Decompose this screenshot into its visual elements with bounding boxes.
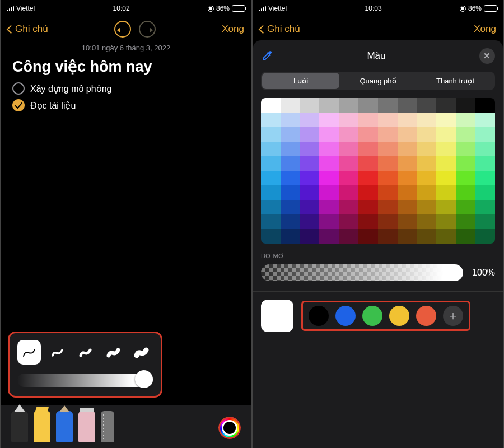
color-cell[interactable] [398, 127, 417, 142]
color-cell[interactable] [319, 142, 339, 156]
color-cell[interactable] [456, 113, 475, 127]
add-swatch-button[interactable]: ＋ [443, 306, 463, 326]
color-cell[interactable] [378, 185, 398, 200]
close-button[interactable]: ✕ [479, 48, 495, 64]
stroke-opacity-slider[interactable] [17, 372, 153, 388]
color-cell[interactable] [358, 171, 378, 185]
color-cell[interactable] [475, 185, 495, 200]
stroke-option-2[interactable] [45, 340, 69, 365]
todo-item[interactable]: Xây dựng mô phỏng [12, 80, 240, 97]
color-cell[interactable] [475, 171, 495, 185]
color-cell[interactable] [319, 185, 339, 200]
color-cell[interactable] [475, 229, 495, 244]
back-button[interactable]: Ghi chú [260, 24, 300, 35]
color-cell[interactable] [281, 142, 300, 156]
done-button[interactable]: Xong [474, 24, 496, 35]
done-button[interactable]: Xong [222, 24, 244, 35]
color-cell[interactable] [319, 200, 339, 214]
color-cell[interactable] [281, 156, 300, 171]
color-cell[interactable] [436, 214, 456, 229]
color-cell[interactable] [261, 113, 281, 127]
back-button[interactable]: Ghi chú [8, 24, 48, 35]
color-cell[interactable] [261, 142, 281, 156]
color-cell[interactable] [358, 214, 378, 229]
color-cell[interactable] [436, 156, 456, 171]
color-cell[interactable] [475, 142, 495, 156]
color-cell[interactable] [417, 171, 437, 185]
color-cell[interactable] [261, 156, 281, 171]
color-cell[interactable] [417, 214, 437, 229]
color-cell[interactable] [475, 127, 495, 142]
color-cell[interactable] [456, 185, 475, 200]
color-cell[interactable] [358, 229, 378, 244]
tool-highlighter[interactable] [34, 411, 50, 442]
color-cell[interactable] [300, 185, 320, 200]
color-cell[interactable] [456, 156, 475, 171]
color-cell[interactable] [261, 185, 281, 200]
tool-pencil[interactable] [56, 411, 73, 442]
color-cell[interactable] [358, 113, 378, 127]
redo-button[interactable] [139, 21, 156, 38]
color-cell[interactable] [339, 98, 358, 113]
color-cell[interactable] [319, 229, 339, 244]
color-cell[interactable] [475, 156, 495, 171]
color-cell[interactable] [281, 185, 300, 200]
color-cell[interactable] [456, 98, 475, 113]
color-cell[interactable] [417, 113, 437, 127]
color-cell[interactable] [456, 214, 475, 229]
stroke-option-1[interactable] [17, 340, 41, 365]
color-cell[interactable] [339, 127, 358, 142]
color-cell[interactable] [358, 127, 378, 142]
color-cell[interactable] [417, 185, 437, 200]
color-cell[interactable] [436, 185, 456, 200]
tool-ruler[interactable] [101, 411, 114, 442]
slider-thumb-icon[interactable] [445, 264, 462, 281]
color-cell[interactable] [339, 113, 358, 127]
color-cell[interactable] [475, 113, 495, 127]
color-cell[interactable] [319, 127, 339, 142]
color-cell[interactable] [417, 229, 437, 244]
color-cell[interactable] [319, 113, 339, 127]
checkbox-checked-icon[interactable] [12, 99, 25, 111]
color-cell[interactable] [378, 142, 398, 156]
color-cell[interactable] [319, 171, 339, 185]
color-cell[interactable] [261, 229, 281, 244]
color-cell[interactable] [281, 229, 300, 244]
color-cell[interactable] [417, 142, 437, 156]
color-cell[interactable] [358, 200, 378, 214]
color-cell[interactable] [436, 200, 456, 214]
color-cell[interactable] [378, 113, 398, 127]
color-cell[interactable] [456, 142, 475, 156]
color-cell[interactable] [475, 200, 495, 214]
opacity-slider[interactable] [261, 264, 463, 281]
stroke-option-3[interactable] [73, 340, 97, 365]
slider-thumb-icon[interactable] [135, 370, 153, 388]
tool-eraser[interactable] [78, 411, 95, 442]
color-cell[interactable] [417, 200, 437, 214]
note-title[interactable]: Công việc hôm nay [1, 52, 251, 80]
color-cell[interactable] [398, 142, 417, 156]
color-cell[interactable] [261, 214, 281, 229]
color-cell[interactable] [436, 98, 456, 113]
tab-grid[interactable]: Lưới [262, 73, 339, 89]
color-cell[interactable] [398, 113, 417, 127]
color-cell[interactable] [398, 185, 417, 200]
color-cell[interactable] [398, 200, 417, 214]
color-grid[interactable] [261, 98, 495, 244]
swatch-black[interactable] [309, 306, 329, 326]
swatch-green[interactable] [362, 306, 382, 326]
color-cell[interactable] [339, 229, 358, 244]
color-cell[interactable] [398, 156, 417, 171]
color-cell[interactable] [398, 214, 417, 229]
color-cell[interactable] [300, 127, 320, 142]
color-cell[interactable] [300, 171, 320, 185]
color-cell[interactable] [300, 229, 320, 244]
color-cell[interactable] [436, 171, 456, 185]
color-cell[interactable] [398, 229, 417, 244]
swatch-blue[interactable] [335, 306, 356, 326]
color-cell[interactable] [319, 156, 339, 171]
color-cell[interactable] [378, 214, 398, 229]
color-cell[interactable] [456, 171, 475, 185]
color-cell[interactable] [417, 98, 437, 113]
color-cell[interactable] [319, 98, 339, 113]
